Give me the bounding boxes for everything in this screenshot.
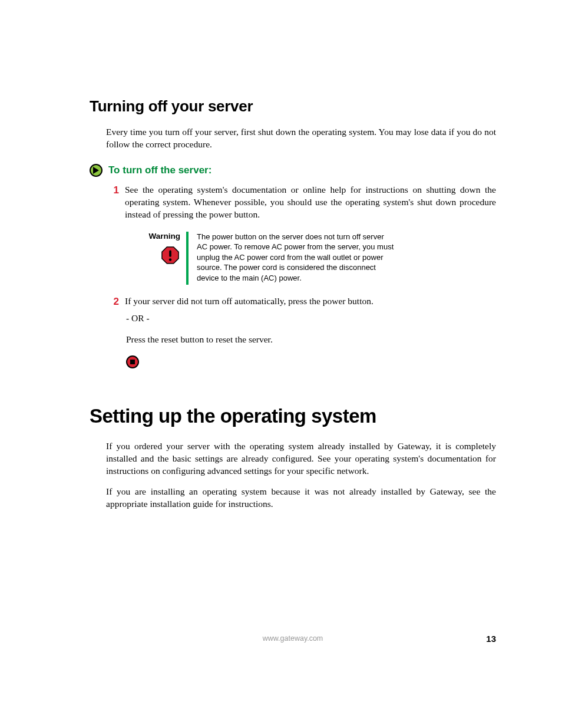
procedure-header: To turn off the server: [90, 164, 496, 177]
warning-icon [161, 246, 179, 264]
os-paragraph-1: If you ordered your server with the oper… [106, 440, 496, 477]
step-number: 1 [111, 184, 119, 221]
stop-icon [126, 355, 139, 368]
play-icon [90, 164, 103, 177]
os-paragraph-2: If you are installing an operating syste… [106, 486, 496, 510]
svg-point-3 [169, 258, 172, 261]
step-2: 2 If your server did not turn off automa… [111, 295, 496, 309]
step-1: 1 See the operating system's documentati… [111, 184, 496, 221]
reset-text: Press the reset button to reset the serv… [126, 334, 496, 346]
step-text: See the operating system's documentation… [125, 184, 496, 221]
footer-url: www.gateway.com [263, 634, 323, 643]
warning-label: Warning [139, 232, 180, 241]
footer-page-number: 13 [486, 634, 496, 644]
procedure-title: To turn off the server: [108, 164, 211, 176]
step-text: If your server did not turn off automati… [125, 295, 496, 309]
svg-marker-0 [93, 167, 99, 174]
warning-block: Warning The power button on the server d… [139, 232, 496, 285]
step-number: 2 [111, 295, 119, 309]
heading-setting-up-os: Setting up the operating system [90, 405, 496, 427]
heading-turning-off: Turning off your server [90, 97, 496, 116]
intro-paragraph: Every time you turn off your server, fir… [106, 126, 496, 151]
page-footer: www.gateway.com 13 [0, 634, 562, 643]
svg-rect-2 [169, 250, 171, 256]
or-text: - OR - [126, 312, 496, 325]
warning-text: The power button on the server does not … [189, 232, 395, 284]
